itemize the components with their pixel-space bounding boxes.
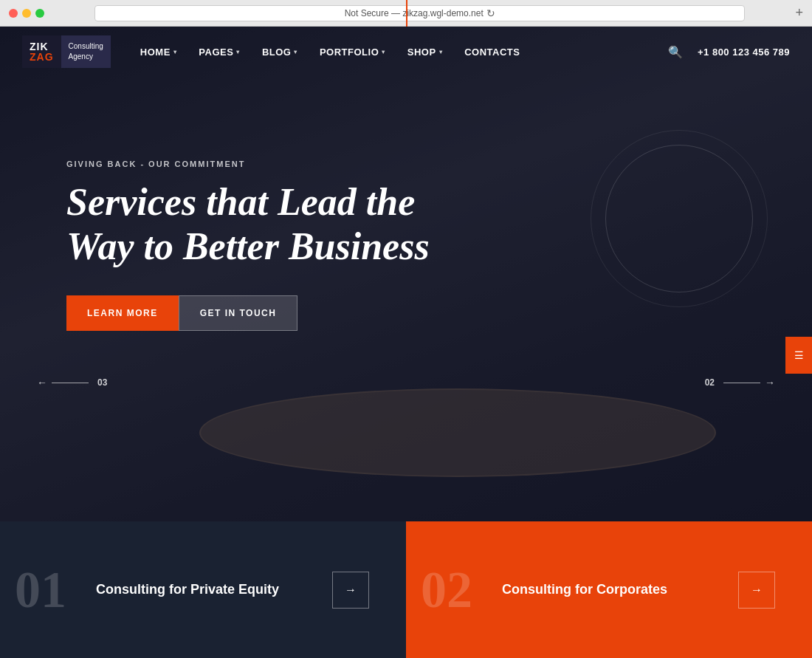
card-title-2: Consulting for Corporates xyxy=(502,582,667,597)
deco-circle-inner xyxy=(605,145,753,292)
card-arrow-2[interactable]: → xyxy=(738,572,775,609)
logo-text-box: Consulting Agency xyxy=(61,35,111,68)
hero-title-line2: Way to Better Business xyxy=(66,225,430,267)
logo-line1: Consulting xyxy=(69,41,103,52)
nav-label-blog: BLOG xyxy=(262,47,292,58)
hero-subtitle: GIVING BACK - OUR COMMITMENT xyxy=(66,160,430,168)
nav-label-contacts: CONTACTS xyxy=(464,47,520,58)
slide-navigation: ← 03 02 → xyxy=(0,377,812,388)
hero-section: ZIK ZAG Consulting Agency HOME ▾ PAGES ▾ xyxy=(0,27,812,521)
learn-more-button[interactable]: LEARN MORE xyxy=(66,295,179,331)
prev-line xyxy=(52,383,89,383)
minimize-button[interactable] xyxy=(22,9,31,18)
nav-label-pages: PAGES xyxy=(199,47,233,58)
accent-line xyxy=(406,0,407,27)
bottom-card-1[interactable]: 01 Consulting for Private Equity → xyxy=(0,521,406,658)
nav-item-shop[interactable]: SHOP ▾ xyxy=(407,47,442,58)
chevron-down-icon: ▾ xyxy=(439,49,443,55)
card-num-1: 01 xyxy=(15,564,66,616)
search-icon[interactable]: 🔍 xyxy=(668,45,683,59)
close-button[interactable] xyxy=(9,9,18,18)
hero-buttons: LEARN MORE GET IN TOUCH xyxy=(66,295,430,331)
slide-next-button[interactable]: 02 → xyxy=(705,377,775,388)
bottom-section: 01 Consulting for Private Equity → 02 Co… xyxy=(0,521,812,658)
traffic-lights xyxy=(9,9,44,18)
logo-zag: ZAG xyxy=(30,52,54,62)
logo[interactable]: ZIK ZAG Consulting Agency xyxy=(22,35,111,68)
nav-label-shop: SHOP xyxy=(407,47,436,58)
card-title-1: Consulting for Private Equity xyxy=(96,582,279,597)
slide-prev-button[interactable]: ← 03 xyxy=(37,377,107,388)
hero-content: GIVING BACK - OUR COMMITMENT Services th… xyxy=(66,160,430,331)
navbar: ZIK ZAG Consulting Agency HOME ▾ PAGES ▾ xyxy=(0,27,812,77)
address-bar[interactable]: Not Secure — zikzag.wgl-demo.net ↻ xyxy=(94,5,745,21)
url-text: Not Secure — zikzag.wgl-demo.net xyxy=(345,8,484,18)
chevron-down-icon: ▾ xyxy=(382,49,385,55)
new-tab-button[interactable]: + xyxy=(795,5,803,21)
nav-label-portfolio: PORTFOLIO xyxy=(320,47,379,58)
bookmark-tab[interactable]: ☰ xyxy=(785,337,812,374)
get-in-touch-button[interactable]: GET IN TOUCH xyxy=(179,295,298,331)
bottom-card-2[interactable]: 02 Consulting for Corporates → xyxy=(406,521,812,658)
reload-icon[interactable]: ↻ xyxy=(486,7,495,19)
nav-item-portfolio[interactable]: PORTFOLIO ▾ xyxy=(320,47,385,58)
right-arrow-icon: → xyxy=(765,377,775,388)
slide-prev-num: 03 xyxy=(97,377,107,388)
website: ZIK ZAG Consulting Agency HOME ▾ PAGES ▾ xyxy=(0,27,812,658)
nav-item-home[interactable]: HOME ▾ xyxy=(140,47,177,58)
maximize-button[interactable] xyxy=(35,9,44,18)
slide-next-num: 02 xyxy=(705,377,715,388)
logo-line2: Agency xyxy=(69,52,103,62)
card-content-1: Consulting for Private Equity → xyxy=(37,572,369,609)
left-arrow-icon: ← xyxy=(37,377,47,388)
card-arrow-1[interactable]: → xyxy=(332,572,369,609)
logo-zik: ZIK xyxy=(30,41,54,52)
arrow-icon-2: → xyxy=(751,583,763,597)
hero-title: Services that Lead the Way to Better Bus… xyxy=(66,180,430,269)
next-arrow: → xyxy=(723,377,775,388)
card-num-2: 02 xyxy=(421,564,472,616)
nav-item-blog[interactable]: BLOG ▾ xyxy=(262,47,297,58)
nav-links: HOME ▾ PAGES ▾ BLOG ▾ PORTFOLIO ▾ SHOP xyxy=(140,47,668,58)
bookmark-icon: ☰ xyxy=(794,349,804,361)
arrow-icon-1: → xyxy=(345,583,357,597)
prev-arrow: ← xyxy=(37,377,89,388)
nav-actions: 🔍 +1 800 123 456 789 xyxy=(668,45,790,59)
chevron-down-icon: ▾ xyxy=(173,49,177,55)
next-line xyxy=(723,383,760,383)
phone-number: +1 800 123 456 789 xyxy=(698,47,790,58)
chevron-down-icon: ▾ xyxy=(294,49,297,55)
nav-item-contacts[interactable]: CONTACTS xyxy=(464,47,520,58)
nav-item-pages[interactable]: PAGES ▾ xyxy=(199,47,240,58)
card-content-2: Consulting for Corporates → xyxy=(443,572,775,609)
hero-title-line1: Services that Lead the xyxy=(66,181,415,223)
logo-zikzag-box: ZIK ZAG xyxy=(22,35,61,68)
nav-label-home: HOME xyxy=(140,47,171,58)
chevron-down-icon: ▾ xyxy=(236,49,240,55)
